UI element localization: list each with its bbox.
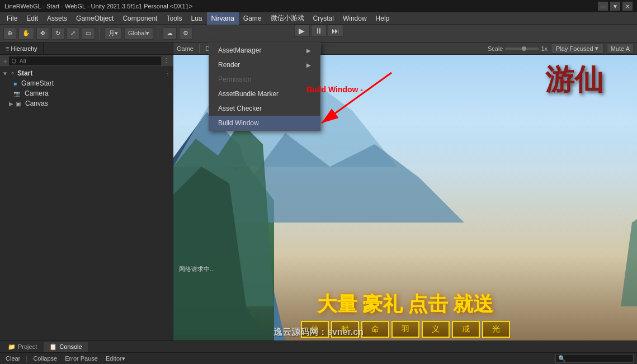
build-window-label: Build Window	[218, 119, 259, 127]
error-pause-button[interactable]: Error Pause	[63, 354, 100, 362]
game-btn-5[interactable]: 义	[422, 321, 450, 338]
asset-checker-label: Asset Checker	[218, 105, 262, 112]
global-button[interactable]: Global▾	[124, 27, 153, 40]
cloud-button[interactable]: ☁	[163, 27, 177, 40]
hierarchy-label-start: Start	[17, 69, 32, 77]
header-separator	[199, 44, 200, 53]
hierarchy-item-gamestart[interactable]: ■ GameStart	[0, 78, 173, 88]
menu-window[interactable]: Window	[338, 12, 371, 25]
scale-tool-button[interactable]: ⤢	[67, 27, 79, 40]
left-panel-tabs: ≡ Hierarchy	[0, 42, 173, 55]
render-arrow: ▶	[306, 62, 311, 68]
game-btn-3[interactable]: 命	[361, 321, 389, 338]
editor-button[interactable]: Editor▾	[103, 354, 128, 363]
play-controls: ▶ ⏸ ⏭	[294, 25, 343, 37]
console-tab-label: Console	[59, 343, 82, 350]
menu-file[interactable]: File	[2, 12, 22, 25]
play-focused-button[interactable]: Play Focused ▾	[551, 43, 603, 54]
hierarchy-search-bar: + ⋮	[0, 55, 173, 67]
maximize-button[interactable]: ▼	[610, 2, 620, 11]
menu-wechat[interactable]: 微信小游戏	[266, 12, 309, 25]
play-button[interactable]: ▶	[294, 25, 310, 37]
dropdown-item-permission: Permission	[209, 72, 320, 87]
play-focused-label: Play Focused	[556, 45, 593, 52]
mute-label: Mute A	[611, 45, 630, 52]
tab-hierarchy[interactable]: ≡ Hierarchy	[0, 42, 44, 54]
dropdown-item-asset-checker[interactable]: Asset Checker	[209, 101, 320, 116]
permission-label: Permission	[218, 75, 251, 83]
hierarchy-more-icon: ⋮	[163, 57, 169, 64]
menu-component[interactable]: Component	[118, 12, 162, 25]
menu-tools[interactable]: Tools	[162, 12, 186, 25]
project-tab-icon: 📁	[8, 343, 16, 351]
game-title-text: 游仙	[545, 60, 603, 100]
console-search-input[interactable]	[555, 354, 634, 363]
camera-icon: 📷	[13, 91, 20, 97]
dropdown-item-assetmanager[interactable]: AssetManager ▶	[209, 43, 320, 58]
pivot-button[interactable]: 月▾	[105, 27, 122, 40]
assetbundle-label: AssetBundle Marker	[218, 90, 279, 98]
hierarchy-item-camera[interactable]: 📷 Camera	[0, 88, 173, 98]
menu-lua[interactable]: Lua	[186, 12, 206, 25]
window-title: LineRWebGL - Start - WebGL - Unity 2021.…	[4, 3, 192, 10]
dropdown-item-render[interactable]: Render ▶	[209, 58, 320, 72]
game-tab-label[interactable]: Game	[177, 45, 194, 52]
pause-button[interactable]: ⏸	[311, 25, 327, 37]
menu-help[interactable]: Help	[371, 12, 394, 25]
canvas-icon: ▣	[16, 101, 21, 107]
minimize-button[interactable]: —	[598, 2, 608, 11]
game-btn-4[interactable]: 羽	[391, 321, 419, 338]
bottom-toolbar: Clear | Collapse Error Pause Editor▾	[0, 353, 637, 364]
loading-text: 网络请求中...	[179, 265, 215, 273]
move-tool-button[interactable]: ✥	[36, 27, 49, 40]
separator-2	[158, 27, 158, 40]
bottom-panel: 📁 Project 📋 Console Clear | Collapse Err…	[0, 341, 637, 364]
toolbar: ⊕ ✋ ✥ ↻ ⤢ ▭ 月▾ Global▾ ☁ ⚙ ▶ ⏸ ⏭	[0, 25, 637, 42]
bottom-separator-1: |	[26, 354, 27, 362]
hierarchy-options-start[interactable]: ⋮	[165, 70, 171, 77]
menu-assets[interactable]: Assets	[43, 12, 72, 25]
assetmanager-arrow: ▶	[306, 48, 311, 54]
menu-nirvana[interactable]: Nirvana	[207, 12, 239, 25]
rect-tool-button[interactable]: ▭	[82, 27, 95, 40]
arrow-canvas: ▶	[9, 101, 13, 107]
dropdown-item-build-window[interactable]: Build Window	[209, 116, 320, 130]
menu-game[interactable]: Game	[239, 12, 266, 25]
svg-marker-4	[621, 211, 637, 306]
scale-slider[interactable]	[505, 48, 539, 50]
cube-icon-gamestart: ■	[13, 81, 17, 87]
hierarchy-item-start[interactable]: ▼ ⚬ Start ⋮	[0, 68, 173, 78]
settings-button[interactable]: ⚙	[179, 27, 192, 40]
separator-1	[100, 27, 100, 40]
game-btn-7[interactable]: 光	[482, 321, 510, 338]
transform-tool-button[interactable]: ⊕	[3, 27, 16, 40]
search-plus-icon: +	[3, 58, 7, 64]
menu-crystal[interactable]: Crystal	[309, 12, 338, 25]
step-button[interactable]: ⏭	[328, 25, 343, 37]
tab-project[interactable]: 📁 Project	[2, 342, 43, 352]
clear-button[interactable]: Clear	[3, 354, 22, 362]
assetmanager-label: AssetManager	[218, 46, 261, 54]
menu-gameobject[interactable]: GameObject	[72, 12, 118, 25]
promo-text: 大量 豪礼 点击 就送	[317, 291, 493, 318]
collapse-button[interactable]: Collapse	[31, 354, 59, 362]
hierarchy-item-canvas[interactable]: ▶ ▣ Canvas	[0, 98, 173, 108]
rotate-tool-button[interactable]: ↻	[51, 27, 64, 40]
menu-edit[interactable]: Edit	[22, 12, 43, 25]
hierarchy-label-gamestart: GameStart	[21, 79, 54, 87]
hand-tool-button[interactable]: ✋	[18, 27, 34, 40]
nirvana-dropdown-menu: AssetManager ▶ Render ▶ Permission Asset…	[209, 42, 320, 131]
tab-console[interactable]: 📋 Console	[44, 342, 87, 352]
project-tab-label: Project	[18, 343, 37, 350]
watermark-text: 逸云源码网：svner.cn	[273, 327, 364, 338]
menu-bar: File Edit Assets GameObject Component To…	[0, 12, 637, 25]
render-label: Render	[218, 61, 240, 69]
close-button[interactable]: ✕	[622, 2, 633, 11]
mute-button[interactable]: Mute A	[607, 44, 634, 54]
hierarchy-search-input[interactable]	[9, 56, 161, 65]
bottom-tabs: 📁 Project 📋 Console	[0, 341, 637, 353]
hierarchy-panel: ≡ Hierarchy + ⋮ ▼ ⚬ Start ⋮ ■ GameStart …	[0, 42, 173, 341]
dropdown-item-assetbundle[interactable]: AssetBundle Marker	[209, 87, 320, 101]
scene-icon: ⚬	[10, 70, 15, 77]
game-btn-6[interactable]: 戒	[452, 321, 480, 338]
